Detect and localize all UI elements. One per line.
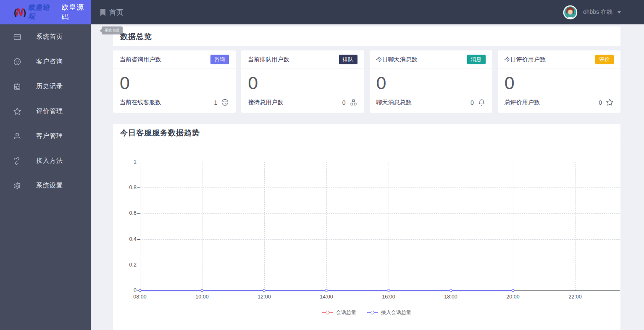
x-tick-label: 18:00 bbox=[437, 294, 464, 300]
data-point bbox=[387, 289, 390, 292]
stat-foot-value: 0 bbox=[471, 99, 474, 106]
legend-marker bbox=[322, 310, 333, 315]
stat-value: 0 bbox=[505, 73, 515, 93]
sidebar: 系统首页 客户咨询 历史记录 评价管理 客户管理 接入方法 系 bbox=[0, 24, 91, 330]
data-point bbox=[139, 289, 142, 292]
x-tick-label: 10:00 bbox=[189, 294, 216, 300]
stat-value: 0 bbox=[376, 73, 386, 93]
sidebar-hover-tooltip: 系统首页 bbox=[102, 26, 123, 34]
stat-card-queue: 当前排队用户数 排队 0 接待总用户数 0 bbox=[241, 50, 364, 113]
data-point bbox=[449, 289, 452, 292]
page-title: 数据总览 bbox=[120, 32, 152, 42]
sidebar-item-ratings[interactable]: 评价管理 bbox=[0, 99, 91, 124]
stat-foot-label: 总评价用户数 bbox=[505, 99, 540, 106]
data-point bbox=[201, 289, 204, 292]
sidebar-item-home[interactable]: 系统首页 bbox=[0, 24, 91, 49]
sidebar-item-history[interactable]: 历史记录 bbox=[0, 74, 91, 99]
user-name-status: ohbbs 在线 bbox=[583, 8, 612, 16]
topnav-home-label: 首页 bbox=[109, 8, 124, 17]
legend-item-sessions[interactable]: 会话总量 bbox=[322, 309, 356, 316]
user-menu[interactable]: ohbbs 在线 bbox=[563, 0, 644, 24]
sidebar-item-settings[interactable]: 系统设置 bbox=[0, 173, 91, 198]
bookmark-icon bbox=[100, 9, 106, 16]
data-point bbox=[263, 289, 266, 292]
bell-icon bbox=[478, 98, 486, 106]
trend-chart-card: 今日客服服务数据趋势 1 0.8 bbox=[113, 124, 620, 330]
stat-card-messages: 今日聊天消息数 消息 0 聊天消息总数 0 bbox=[370, 50, 492, 113]
stat-foot-value: 0 bbox=[342, 99, 346, 106]
y-axis bbox=[140, 162, 140, 290]
stat-foot-label: 当前在线客服数 bbox=[120, 99, 161, 106]
data-point bbox=[512, 289, 515, 292]
unlink-icon bbox=[13, 157, 21, 165]
gear-icon bbox=[13, 182, 21, 190]
topnav-home[interactable]: 首页 bbox=[91, 0, 124, 24]
group-grid-icon bbox=[350, 98, 357, 106]
x-tick-label: 14:00 bbox=[313, 294, 340, 300]
window-icon bbox=[13, 33, 21, 41]
stat-value: 0 bbox=[248, 73, 258, 93]
brand-logo-mark: (N) bbox=[14, 6, 25, 18]
notebook-icon bbox=[13, 82, 21, 91]
stat-foot-label: 接待总用户数 bbox=[248, 99, 283, 106]
topbar: (N) 欧皇论坛 欧皇源码 首页 ohbbs 在线 bbox=[0, 0, 644, 24]
x-tick-label: 20:00 bbox=[499, 294, 526, 300]
stat-card-ratings: 今日评价用户数 评价 0 总评价用户数 0 bbox=[498, 50, 620, 113]
legend-item-accessed-sessions[interactable]: 接入会话总量 bbox=[367, 309, 411, 316]
chart-title: 今日客服服务数据趋势 bbox=[120, 128, 200, 138]
smiley-icon bbox=[13, 58, 21, 66]
status-badge: 消息 bbox=[467, 55, 486, 64]
brand-name: 欧皇源码 bbox=[61, 3, 91, 22]
brand-logo[interactable]: (N) 欧皇论坛 欧皇源码 bbox=[0, 0, 91, 24]
service-smiley-icon bbox=[221, 98, 229, 106]
stat-foot-label: 聊天消息总数 bbox=[376, 99, 412, 106]
user-avatar bbox=[563, 5, 578, 20]
stat-foot-value: 0 bbox=[599, 99, 602, 106]
stat-cards-row: 当前咨询用户数 咨询 0 当前在线客服数 1 当前排队用户数 排队 0 bbox=[113, 50, 620, 113]
stat-title: 今日评价用户数 bbox=[505, 56, 546, 63]
sidebar-item-integration[interactable]: 接入方法 bbox=[0, 148, 91, 173]
stat-title: 当前排队用户数 bbox=[248, 56, 289, 63]
sidebar-item-customers[interactable]: 客户管理 bbox=[0, 124, 91, 148]
data-point bbox=[325, 289, 328, 292]
y-tick-label: 0.2 bbox=[120, 262, 137, 268]
stat-value: 0 bbox=[120, 73, 130, 93]
legend-marker bbox=[367, 310, 378, 315]
stat-title: 今日聊天消息数 bbox=[376, 56, 418, 63]
stat-foot-value: 1 bbox=[214, 99, 217, 106]
stat-title: 当前咨询用户数 bbox=[120, 56, 161, 63]
x-tick-label: 22:00 bbox=[562, 294, 589, 300]
sidebar-item-consult[interactable]: 客户咨询 bbox=[0, 49, 91, 74]
x-tick-label: 12:00 bbox=[251, 294, 278, 300]
chart-legend: 会话总量 接入会话总量 bbox=[113, 309, 620, 316]
brand-logo-subtext: 欧皇论坛 bbox=[28, 3, 56, 21]
star-icon bbox=[606, 98, 614, 106]
y-tick-label: 0.8 bbox=[120, 185, 137, 190]
y-tick-label: 0.6 bbox=[120, 210, 137, 216]
user-icon bbox=[13, 132, 21, 140]
x-tick-label: 08:00 bbox=[126, 294, 153, 300]
main-content: 系统首页 数据总览 当前咨询用户数 咨询 0 当前在线客服数 1 bbox=[91, 24, 644, 330]
line-chart: 1 0.8 0.6 0.4 0.2 0 08:00 10:00 12:00 14… bbox=[140, 162, 620, 290]
status-badge: 排队 bbox=[339, 55, 357, 64]
status-badge: 咨询 bbox=[210, 55, 229, 64]
logo-n-icon: N bbox=[16, 6, 23, 18]
y-tick-label: 0.4 bbox=[120, 236, 137, 242]
x-tick-label: 16:00 bbox=[375, 294, 402, 300]
chevron-down-icon bbox=[618, 11, 621, 13]
status-badge: 评价 bbox=[595, 55, 614, 64]
y-tick-label: 1 bbox=[120, 159, 137, 165]
y-tick-label: 0 bbox=[120, 288, 137, 293]
overview-header-panel: 数据总览 bbox=[113, 26, 620, 46]
star-icon bbox=[13, 107, 21, 116]
stat-card-consulting: 当前咨询用户数 咨询 0 当前在线客服数 1 bbox=[113, 50, 236, 113]
